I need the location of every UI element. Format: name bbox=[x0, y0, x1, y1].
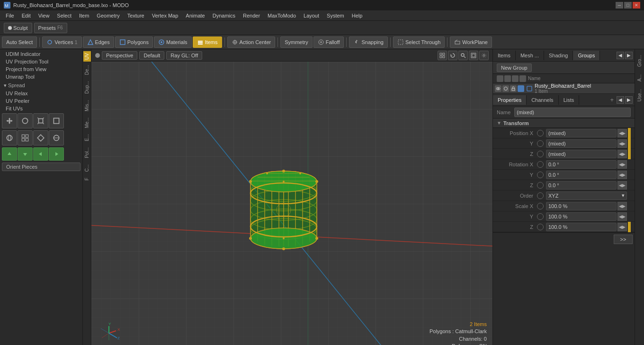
close-button[interactable]: ✕ bbox=[633, 2, 640, 9]
rotate-icon-btn[interactable] bbox=[18, 113, 33, 128]
right-tab-a[interactable]: A... bbox=[636, 71, 643, 85]
rotation-y-value[interactable]: 0.0 ° bbox=[546, 171, 617, 179]
menu-item-edit[interactable]: Edit bbox=[18, 12, 35, 19]
menu-item-select[interactable]: Select bbox=[53, 12, 75, 19]
scale-y-circle[interactable] bbox=[537, 213, 544, 220]
new-group-button[interactable]: New Group bbox=[497, 64, 532, 72]
menu-item-help[interactable]: Help bbox=[348, 12, 367, 19]
unwrap-tool-item[interactable]: Unwrap Tool bbox=[0, 73, 82, 81]
props-name-input[interactable] bbox=[514, 108, 631, 117]
rotation-x-circle[interactable] bbox=[537, 161, 544, 168]
rotation-y-circle[interactable] bbox=[537, 172, 544, 178]
viewport-canvas[interactable]: 2 Items Polygons : Catmull-Clark Channel… bbox=[91, 62, 492, 345]
polygons-button[interactable]: Polygons bbox=[115, 36, 153, 48]
maximize-button[interactable]: □ bbox=[624, 2, 632, 9]
uv-projection-tool-item[interactable]: UV Projection Tool bbox=[0, 58, 82, 65]
position-y-slider[interactable]: ◀▶ bbox=[617, 139, 627, 148]
tab-groups[interactable]: Groups bbox=[573, 51, 600, 60]
menu-item-dynamics[interactable]: Dynamics bbox=[209, 12, 239, 19]
tab-mesh[interactable]: Mesh ... bbox=[516, 51, 544, 60]
uv-tab[interactable]: UV bbox=[83, 51, 91, 62]
default-button[interactable]: Default bbox=[139, 51, 164, 60]
scale-x-value[interactable]: 100.0 % bbox=[546, 202, 617, 210]
titlebar-controls[interactable]: ─ □ ✕ bbox=[616, 2, 640, 9]
rp-expand-btn[interactable]: ▶ bbox=[625, 52, 633, 59]
select-through-button[interactable]: Select Through bbox=[393, 36, 445, 48]
perspective-button[interactable]: Perspective bbox=[102, 51, 137, 60]
arrow-left-btn[interactable] bbox=[33, 147, 48, 161]
arrow-up-btn[interactable] bbox=[2, 147, 17, 161]
position-z-slider[interactable]: ◀▶ bbox=[617, 150, 627, 158]
menu-item-file[interactable]: File bbox=[2, 12, 18, 19]
props-collapse-btn[interactable]: ◀ bbox=[617, 96, 624, 104]
ray-gl-button[interactable]: Ray GL: Off bbox=[166, 51, 202, 60]
move-icon-btn[interactable] bbox=[2, 113, 17, 128]
order-circle[interactable] bbox=[537, 192, 544, 199]
position-y-circle[interactable] bbox=[537, 140, 544, 147]
viewport-dot[interactable] bbox=[95, 53, 100, 58]
scale-y-slider[interactable]: ◀▶ bbox=[617, 212, 627, 221]
props-add-button[interactable]: + bbox=[607, 95, 617, 104]
menu-item-layout[interactable]: Layout bbox=[300, 12, 323, 19]
barrel-lock-icon[interactable] bbox=[510, 85, 517, 92]
orient-pieces-button[interactable]: Orient Pieces bbox=[2, 163, 80, 171]
menu-item-item[interactable]: Item bbox=[75, 12, 93, 19]
rp-collapse-btn[interactable]: ◀ bbox=[617, 52, 624, 59]
props-tab-lists[interactable]: Lists bbox=[559, 95, 580, 105]
side-tab-c[interactable]: C... bbox=[83, 162, 91, 175]
items-button[interactable]: Items bbox=[193, 36, 222, 48]
position-x-value[interactable]: (mixed) bbox=[546, 129, 617, 137]
props-transform-header[interactable]: ▼ Transform bbox=[493, 118, 635, 128]
scale-z-slider[interactable]: ◀▶ bbox=[617, 223, 627, 231]
viewport-icon-fit[interactable] bbox=[469, 51, 478, 60]
spread-section[interactable]: ▾ Spread bbox=[0, 82, 82, 90]
props-expand-btn2[interactable]: ▶ bbox=[625, 96, 633, 104]
props-tab-properties[interactable]: Properties bbox=[493, 95, 527, 105]
side-tab-pol[interactable]: Pol... bbox=[83, 145, 91, 161]
udim-indicator-item[interactable]: UDIM Indicator bbox=[0, 50, 82, 58]
snapping-button[interactable]: Snapping bbox=[349, 36, 388, 48]
scale-x-circle[interactable] bbox=[537, 203, 544, 209]
auto-select-button[interactable]: Auto Select bbox=[2, 36, 37, 48]
position-z-value[interactable]: (mixed) bbox=[546, 150, 617, 158]
position-z-circle[interactable] bbox=[537, 151, 544, 157]
scale-z-value[interactable]: 100.0 % bbox=[546, 223, 617, 231]
symmetry-button[interactable]: Symmetry bbox=[280, 36, 313, 48]
fit-uvs-item[interactable]: Fit UVs bbox=[0, 105, 82, 112]
rotation-z-circle[interactable] bbox=[537, 182, 544, 189]
viewport-icon-reset[interactable] bbox=[448, 51, 457, 60]
side-tab-dup[interactable]: Dup... bbox=[83, 78, 91, 97]
vertices-button[interactable]: Vertices 1 bbox=[42, 36, 81, 48]
rotation-x-value[interactable]: 0.0 ° bbox=[546, 160, 617, 169]
position-y-value[interactable]: (mixed) bbox=[546, 139, 617, 148]
rotation-x-slider[interactable]: ◀▶ bbox=[617, 160, 627, 169]
tab-shading[interactable]: Shading bbox=[544, 51, 573, 60]
rotation-z-slider[interactable]: ◀▶ bbox=[617, 181, 627, 190]
project-from-view-item[interactable]: Project from View bbox=[0, 65, 82, 73]
sphere-icon-btn[interactable] bbox=[2, 130, 17, 145]
uv-relax-item[interactable]: UV Relax bbox=[0, 90, 82, 97]
menu-item-view[interactable]: View bbox=[35, 12, 54, 19]
sculpt-button[interactable]: Sculpt bbox=[4, 23, 32, 33]
scale-z-circle[interactable] bbox=[537, 224, 544, 230]
tab-items[interactable]: Items bbox=[493, 51, 516, 60]
rotation-z-value[interactable]: 0.0 ° bbox=[546, 181, 617, 190]
side-tab-f[interactable]: F bbox=[83, 175, 91, 183]
viewport-icon-frame[interactable] bbox=[438, 51, 447, 60]
viewport-icon-settings[interactable] bbox=[479, 51, 489, 60]
globe-icon-btn[interactable] bbox=[49, 130, 64, 145]
scale-y-value[interactable]: 100.0 % bbox=[546, 212, 617, 221]
transform-icon-btn[interactable] bbox=[49, 113, 64, 128]
falloff-button[interactable]: Falloff bbox=[313, 36, 344, 48]
action-center-button[interactable]: Action Center bbox=[227, 36, 276, 48]
side-tab-e[interactable]: E... bbox=[83, 131, 91, 144]
scene-item-barrel[interactable]: Rusty_Biohazard_Barrel 1 Item bbox=[493, 83, 635, 94]
menu-item-maxtomodo[interactable]: MaxToModo bbox=[264, 12, 300, 19]
menu-item-animate[interactable]: Animate bbox=[182, 12, 208, 19]
barrel-render-icon[interactable] bbox=[502, 85, 509, 92]
side-tab-de[interactable]: De... bbox=[83, 62, 91, 78]
arrow-down-btn[interactable] bbox=[18, 147, 33, 161]
arrow-right-btn[interactable] bbox=[49, 147, 64, 161]
right-tab-use[interactable]: Use... bbox=[636, 85, 643, 105]
props-expand-all-btn[interactable]: >> bbox=[614, 235, 633, 244]
